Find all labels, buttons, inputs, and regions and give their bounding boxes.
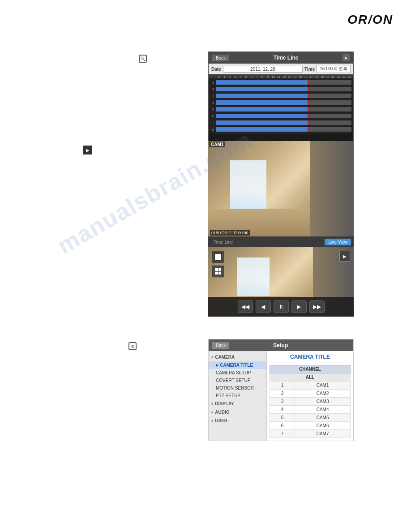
track-bar-1[interactable] xyxy=(216,80,351,85)
track-filled-6 xyxy=(216,114,308,118)
timeline-hours-row: 0 1 2 3 4 5 6 7 8 9 10 11 12 13 14 15 16… xyxy=(209,74,353,78)
rewind-fast-button[interactable]: ◀◀ xyxy=(238,300,253,313)
hour-21: 21 xyxy=(331,75,335,78)
table-row[interactable]: 6 CAM6 xyxy=(270,422,351,430)
table-row[interactable]: 2 CAM2 xyxy=(270,390,351,398)
setup-back-button[interactable]: Back xyxy=(212,342,229,349)
quad-cell-4 xyxy=(218,272,222,275)
channel-name[interactable]: CAM1 xyxy=(295,382,351,390)
track-row-8[interactable]: 8 xyxy=(210,126,351,133)
channel-num: 1 xyxy=(270,382,295,390)
hour-23: 23 xyxy=(342,75,346,78)
track-row-2[interactable]: 2 xyxy=(210,86,351,92)
orion-logo: OR/ON xyxy=(347,13,393,27)
layout-buttons xyxy=(212,251,224,278)
track-row-4[interactable]: 4 xyxy=(210,99,351,106)
table-row[interactable]: 1 CAM1 xyxy=(270,382,351,390)
playback-controls-bar: ◀◀ ◀ ⏸ ▶ ▶▶ xyxy=(208,297,354,317)
track-empty-1 xyxy=(308,80,351,85)
play-small-icon[interactable] xyxy=(83,146,92,154)
channel-num: 4 xyxy=(270,406,295,414)
track-filled-1 xyxy=(216,80,308,85)
track-empty-6 xyxy=(308,114,351,118)
sidebar-category-camera: CAMERA xyxy=(209,353,266,361)
camera-wall-right xyxy=(310,141,354,237)
hour-9: 9 xyxy=(265,75,270,78)
hour-11: 11 xyxy=(276,75,281,78)
track-filled-2 xyxy=(216,87,308,91)
timeline-header: Back Time Line xyxy=(209,52,353,64)
hour-2: 2 xyxy=(227,75,232,78)
setup-content: CAMERA CAMERA TITLE CAMERA SETUP COVERT … xyxy=(209,351,353,441)
tab-liveview[interactable]: Live View xyxy=(325,239,351,245)
quad-layout-icon xyxy=(215,268,221,275)
time-value[interactable]: 16:00:00 오후 xyxy=(317,65,351,73)
camera-title-table: CHANNEL ALL 1 CAM1 2 CAM2 xyxy=(270,365,351,438)
channel-name[interactable]: CAM6 xyxy=(295,422,351,430)
sidebar-item-ptz-setup[interactable]: PTZ SETUP xyxy=(209,392,266,399)
forward-fast-button[interactable]: ▶▶ xyxy=(309,300,325,313)
table-row[interactable]: 7 CAM7 xyxy=(270,430,351,438)
single-layout-button[interactable] xyxy=(212,251,224,263)
quad-cell-2 xyxy=(218,268,222,271)
channel-name[interactable]: CAM7 xyxy=(295,430,351,438)
track-num-7: 7 xyxy=(210,121,216,125)
all-cell: ALL xyxy=(270,373,351,382)
track-bar-5[interactable] xyxy=(216,107,351,112)
playback-play-overlay-button[interactable] xyxy=(339,251,350,262)
track-bar-8[interactable] xyxy=(216,127,351,132)
track-row-5[interactable]: 5 xyxy=(210,106,351,112)
track-bar-6[interactable] xyxy=(216,114,351,118)
track-bar-2[interactable] xyxy=(216,87,351,91)
search-icon[interactable]: 🔍 xyxy=(139,55,147,63)
track-filled-3 xyxy=(216,94,308,98)
channel-name[interactable]: CAM2 xyxy=(295,390,351,398)
table-row[interactable]: 3 CAM3 xyxy=(270,398,351,406)
sidebar-item-camera-title[interactable]: CAMERA TITLE xyxy=(209,361,266,369)
track-bar-7[interactable] xyxy=(216,120,351,125)
hour-6: 6 xyxy=(249,75,254,78)
track-num-3: 3 xyxy=(210,94,216,98)
track-bar-3[interactable] xyxy=(216,94,351,98)
hour-5: 5 xyxy=(244,75,248,78)
channel-name[interactable]: CAM5 xyxy=(295,414,351,422)
pause-button[interactable]: ⏸ xyxy=(274,300,289,313)
track-filled-4 xyxy=(216,100,308,105)
sidebar-item-camera-setup[interactable]: CAMERA SETUP xyxy=(209,369,266,377)
timeline-back-button[interactable]: Back xyxy=(212,55,229,61)
hour-10: 10 xyxy=(271,75,275,78)
setup-main-title: CAMERA TITLE xyxy=(270,354,351,362)
date-value[interactable]: 2011. 12. 20 xyxy=(223,66,303,73)
time-label: Time xyxy=(304,67,315,72)
sidebar-category-user: USER xyxy=(209,416,266,425)
sidebar-item-motion-sensor[interactable]: MOTION SENSOR xyxy=(209,384,266,392)
tab-timeline[interactable]: Time Line xyxy=(211,239,236,245)
timeline-next-button[interactable] xyxy=(342,54,350,61)
track-bar-4[interactable] xyxy=(216,100,351,105)
table-row-all: ALL xyxy=(270,373,351,382)
track-row-3[interactable]: 3 xyxy=(210,93,351,99)
sidebar-item-covert-setup[interactable]: COVERT SETUP xyxy=(209,377,266,384)
hour-22: 22 xyxy=(336,75,341,78)
table-row[interactable]: 4 CAM4 xyxy=(270,406,351,414)
track-empty-5 xyxy=(308,107,351,112)
play-button[interactable]: ▶ xyxy=(291,300,307,313)
channel-name[interactable]: CAM4 xyxy=(295,406,351,414)
gear-icon[interactable]: ⚙ xyxy=(128,342,137,350)
track-filled-7 xyxy=(216,120,308,125)
camera-view: 01/01/2012 07:00:00 xyxy=(208,141,354,237)
track-row-7[interactable]: 7 xyxy=(210,120,351,126)
track-row-6[interactable]: 6 xyxy=(210,113,351,119)
timeline-tracks: 1 2 3 4 xyxy=(209,78,353,134)
channel-name[interactable]: CAM3 xyxy=(295,398,351,406)
track-row-1[interactable]: 1 xyxy=(210,79,351,86)
quad-layout-button[interactable] xyxy=(212,265,224,278)
track-empty-3 xyxy=(308,94,351,98)
track-empty-7 xyxy=(308,120,351,125)
rewind-button[interactable]: ◀ xyxy=(256,300,271,313)
track-empty-4 xyxy=(308,100,351,105)
hour-16: 16 xyxy=(304,75,308,78)
slash-icon: / xyxy=(368,13,372,26)
table-row[interactable]: 5 CAM5 xyxy=(270,414,351,422)
date-label: Date xyxy=(211,67,221,72)
